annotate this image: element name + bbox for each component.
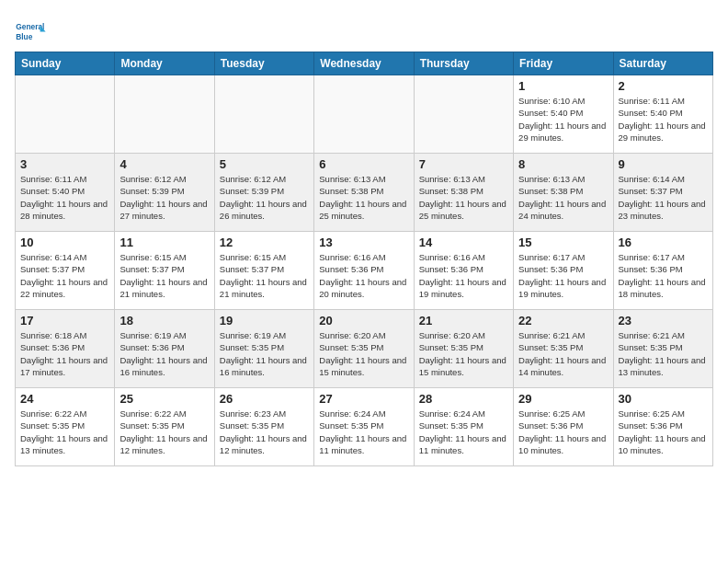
day-info: Sunrise: 6:13 AMSunset: 5:38 PMDaylight:… xyxy=(419,173,508,222)
calendar-week-row: 1Sunrise: 6:10 AMSunset: 5:40 PMDaylight… xyxy=(16,75,713,154)
calendar-cell: 17Sunrise: 6:18 AMSunset: 5:36 PMDayligh… xyxy=(16,310,115,388)
calendar-cell: 13Sunrise: 6:16 AMSunset: 5:36 PMDayligh… xyxy=(314,232,414,310)
day-info: Sunrise: 6:24 AMSunset: 5:35 PMDaylight:… xyxy=(419,408,508,456)
svg-text:Blue: Blue xyxy=(16,32,33,41)
weekday-header-row: SundayMondayTuesdayWednesdayThursdayFrid… xyxy=(16,52,713,75)
calendar-cell: 19Sunrise: 6:19 AMSunset: 5:35 PMDayligh… xyxy=(214,310,313,388)
day-info: Sunrise: 6:22 AMSunset: 5:35 PMDaylight:… xyxy=(20,408,109,456)
calendar-cell: 15Sunrise: 6:17 AMSunset: 5:36 PMDayligh… xyxy=(514,232,613,310)
day-number: 1 xyxy=(518,79,608,93)
day-number: 18 xyxy=(119,314,209,327)
weekday-header: Sunday xyxy=(16,52,115,75)
day-number: 3 xyxy=(20,157,109,171)
calendar-cell xyxy=(115,75,214,154)
calendar-cell: 3Sunrise: 6:11 AMSunset: 5:40 PMDaylight… xyxy=(16,154,115,232)
day-info: Sunrise: 6:17 AMSunset: 5:36 PMDaylight:… xyxy=(518,251,608,300)
calendar-cell: 12Sunrise: 6:15 AMSunset: 5:37 PMDayligh… xyxy=(214,232,313,310)
calendar-cell: 22Sunrise: 6:21 AMSunset: 5:35 PMDayligh… xyxy=(514,310,613,388)
day-number: 12 xyxy=(220,236,309,249)
calendar-header: SundayMondayTuesdayWednesdayThursdayFrid… xyxy=(16,52,713,75)
weekday-header: Wednesday xyxy=(314,52,414,75)
day-number: 28 xyxy=(419,392,508,406)
weekday-header: Saturday xyxy=(613,52,712,75)
day-info: Sunrise: 6:25 AMSunset: 5:36 PMDaylight:… xyxy=(619,408,708,456)
weekday-header: Thursday xyxy=(414,52,513,75)
day-number: 24 xyxy=(20,392,109,406)
calendar-cell: 18Sunrise: 6:19 AMSunset: 5:36 PMDayligh… xyxy=(115,310,214,388)
day-info: Sunrise: 6:22 AMSunset: 5:35 PMDaylight:… xyxy=(119,408,209,456)
day-info: Sunrise: 6:13 AMSunset: 5:38 PMDaylight:… xyxy=(518,173,608,222)
day-info: Sunrise: 6:19 AMSunset: 5:35 PMDaylight:… xyxy=(220,329,309,378)
calendar-cell: 5Sunrise: 6:12 AMSunset: 5:39 PMDaylight… xyxy=(214,154,313,232)
day-number: 25 xyxy=(119,392,209,406)
page-header: GeneralBlue xyxy=(15,15,713,48)
day-info: Sunrise: 6:11 AMSunset: 5:40 PMDaylight:… xyxy=(619,95,708,144)
calendar-cell: 26Sunrise: 6:23 AMSunset: 5:35 PMDayligh… xyxy=(214,388,313,466)
calendar-cell: 4Sunrise: 6:12 AMSunset: 5:39 PMDaylight… xyxy=(115,154,214,232)
calendar-cell: 25Sunrise: 6:22 AMSunset: 5:35 PMDayligh… xyxy=(115,388,214,466)
day-info: Sunrise: 6:19 AMSunset: 5:36 PMDaylight:… xyxy=(119,329,209,378)
day-info: Sunrise: 6:21 AMSunset: 5:35 PMDaylight:… xyxy=(518,329,608,378)
day-info: Sunrise: 6:15 AMSunset: 5:37 PMDaylight:… xyxy=(220,251,309,300)
calendar-week-row: 10Sunrise: 6:14 AMSunset: 5:37 PMDayligh… xyxy=(16,232,713,310)
calendar-cell: 28Sunrise: 6:24 AMSunset: 5:35 PMDayligh… xyxy=(414,388,513,466)
day-info: Sunrise: 6:13 AMSunset: 5:38 PMDaylight:… xyxy=(319,173,408,222)
day-number: 22 xyxy=(518,314,608,327)
day-number: 6 xyxy=(319,157,408,171)
day-info: Sunrise: 6:16 AMSunset: 5:36 PMDaylight:… xyxy=(419,251,508,300)
calendar-cell xyxy=(414,75,513,154)
day-info: Sunrise: 6:12 AMSunset: 5:39 PMDaylight:… xyxy=(220,173,309,222)
calendar-cell: 11Sunrise: 6:15 AMSunset: 5:37 PMDayligh… xyxy=(115,232,214,310)
calendar-cell: 23Sunrise: 6:21 AMSunset: 5:35 PMDayligh… xyxy=(613,310,712,388)
day-info: Sunrise: 6:18 AMSunset: 5:36 PMDaylight:… xyxy=(20,329,109,378)
day-info: Sunrise: 6:17 AMSunset: 5:36 PMDaylight:… xyxy=(619,251,708,300)
weekday-header: Friday xyxy=(514,52,613,75)
calendar-body: 1Sunrise: 6:10 AMSunset: 5:40 PMDaylight… xyxy=(16,75,713,466)
day-number: 20 xyxy=(319,314,408,327)
calendar-cell: 27Sunrise: 6:24 AMSunset: 5:35 PMDayligh… xyxy=(314,388,414,466)
day-info: Sunrise: 6:10 AMSunset: 5:40 PMDaylight:… xyxy=(518,95,608,144)
day-number: 30 xyxy=(619,392,708,406)
calendar-cell: 21Sunrise: 6:20 AMSunset: 5:35 PMDayligh… xyxy=(414,310,513,388)
calendar-cell: 2Sunrise: 6:11 AMSunset: 5:40 PMDaylight… xyxy=(613,75,712,154)
day-info: Sunrise: 6:14 AMSunset: 5:37 PMDaylight:… xyxy=(20,251,109,300)
calendar-cell: 9Sunrise: 6:14 AMSunset: 5:37 PMDaylight… xyxy=(613,154,712,232)
day-number: 4 xyxy=(119,157,209,171)
calendar-cell: 24Sunrise: 6:22 AMSunset: 5:35 PMDayligh… xyxy=(16,388,115,466)
calendar-cell: 16Sunrise: 6:17 AMSunset: 5:36 PMDayligh… xyxy=(613,232,712,310)
day-number: 10 xyxy=(20,236,109,249)
calendar-cell: 14Sunrise: 6:16 AMSunset: 5:36 PMDayligh… xyxy=(414,232,513,310)
day-number: 21 xyxy=(419,314,508,327)
day-number: 2 xyxy=(619,79,708,93)
calendar-cell xyxy=(314,75,414,154)
logo: GeneralBlue xyxy=(15,15,48,48)
calendar-cell xyxy=(16,75,115,154)
weekday-header: Tuesday xyxy=(214,52,313,75)
day-number: 17 xyxy=(20,314,109,327)
day-number: 13 xyxy=(319,236,408,249)
day-info: Sunrise: 6:14 AMSunset: 5:37 PMDaylight:… xyxy=(619,173,708,222)
calendar-cell: 10Sunrise: 6:14 AMSunset: 5:37 PMDayligh… xyxy=(16,232,115,310)
calendar-cell: 20Sunrise: 6:20 AMSunset: 5:35 PMDayligh… xyxy=(314,310,414,388)
weekday-header: Monday xyxy=(115,52,214,75)
calendar-cell: 1Sunrise: 6:10 AMSunset: 5:40 PMDaylight… xyxy=(514,75,613,154)
calendar-cell: 8Sunrise: 6:13 AMSunset: 5:38 PMDaylight… xyxy=(514,154,613,232)
day-number: 19 xyxy=(220,314,309,327)
day-number: 9 xyxy=(619,157,708,171)
day-number: 14 xyxy=(419,236,508,249)
day-info: Sunrise: 6:20 AMSunset: 5:35 PMDaylight:… xyxy=(419,329,508,378)
day-number: 7 xyxy=(419,157,508,171)
calendar-cell: 30Sunrise: 6:25 AMSunset: 5:36 PMDayligh… xyxy=(613,388,712,466)
day-info: Sunrise: 6:16 AMSunset: 5:36 PMDaylight:… xyxy=(319,251,408,300)
day-number: 11 xyxy=(119,236,209,249)
day-info: Sunrise: 6:12 AMSunset: 5:39 PMDaylight:… xyxy=(119,173,209,222)
calendar-week-row: 24Sunrise: 6:22 AMSunset: 5:35 PMDayligh… xyxy=(16,388,713,466)
day-number: 15 xyxy=(518,236,608,249)
calendar-week-row: 3Sunrise: 6:11 AMSunset: 5:40 PMDaylight… xyxy=(16,154,713,232)
day-info: Sunrise: 6:20 AMSunset: 5:35 PMDaylight:… xyxy=(319,329,408,378)
calendar-cell: 29Sunrise: 6:25 AMSunset: 5:36 PMDayligh… xyxy=(514,388,613,466)
day-info: Sunrise: 6:24 AMSunset: 5:35 PMDaylight:… xyxy=(319,408,408,456)
day-number: 27 xyxy=(319,392,408,406)
day-info: Sunrise: 6:23 AMSunset: 5:35 PMDaylight:… xyxy=(220,408,309,456)
calendar-table: SundayMondayTuesdayWednesdayThursdayFrid… xyxy=(15,52,713,466)
